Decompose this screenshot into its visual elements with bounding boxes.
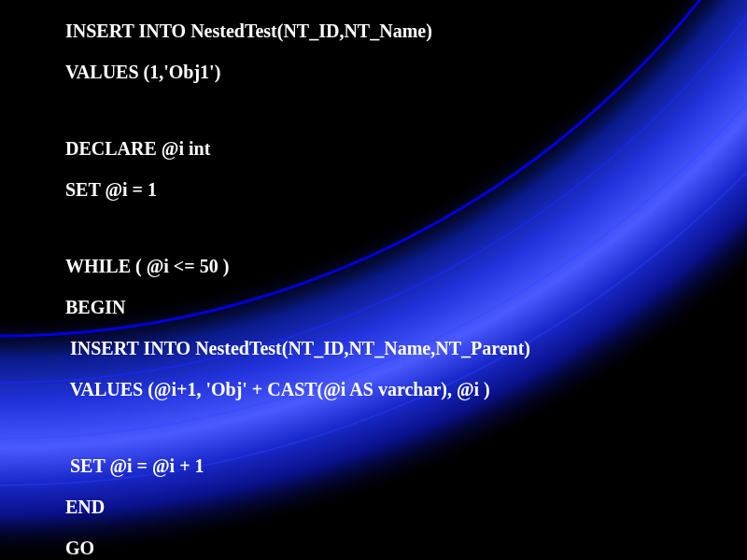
- code-line: GO: [65, 536, 530, 560]
- blank-line: [65, 218, 530, 237]
- code-line: SET @i = @i + 1: [65, 454, 530, 478]
- code-line: BEGIN: [65, 295, 530, 319]
- code-line: WHILE ( @i <= 50 ): [65, 254, 530, 278]
- blank-line: [65, 101, 530, 119]
- code-line: DECLARE @i int: [65, 136, 530, 161]
- code-line: SET @i = 1: [65, 177, 530, 202]
- code-line: VALUES (@i+1, 'Obj' + CAST(@i AS varchar…: [65, 377, 530, 401]
- code-line: END: [65, 495, 530, 519]
- code-line: INSERT INTO NestedTest(NT_ID,NT_Name): [65, 19, 530, 43]
- blank-line: [65, 418, 530, 437]
- sql-code-block: INSERT INTO NestedTest(NT_ID,NT_Name) VA…: [65, 19, 530, 560]
- code-line: VALUES (1,'Obj1'): [65, 60, 530, 84]
- code-line: INSERT INTO NestedTest(NT_ID,NT_Name,NT_…: [65, 336, 530, 360]
